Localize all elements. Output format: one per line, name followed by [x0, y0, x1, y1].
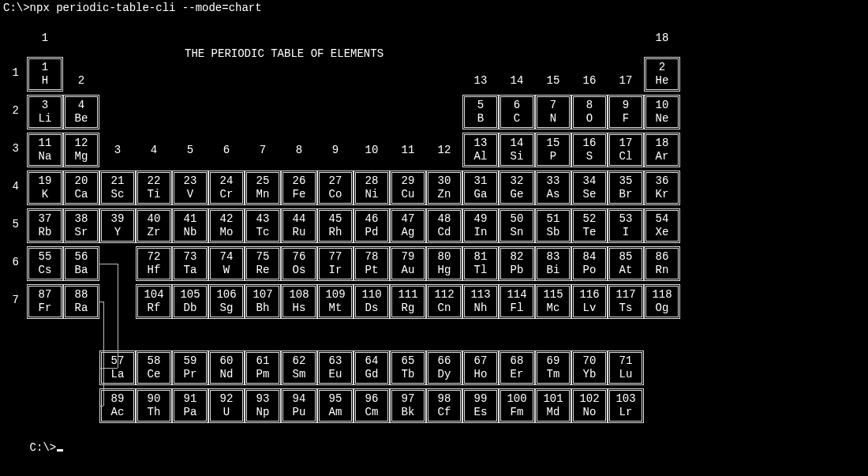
prompt-line[interactable]: C:\>	[3, 429, 63, 468]
element-symbol: Ho	[465, 368, 496, 381]
atomic-number: 14	[501, 137, 533, 150]
element-cell: 12Mg	[63, 133, 99, 167]
element-symbol: Mt	[320, 302, 351, 315]
element-symbol: Bh	[247, 302, 279, 315]
atomic-number: 101	[537, 392, 569, 406]
element-symbol: Pt	[356, 264, 387, 277]
chart-title: THE PERIODIC TABLE OF ELEMENTS	[185, 47, 383, 61]
element-symbol: Se	[574, 188, 605, 201]
atomic-number: 100	[501, 392, 533, 406]
atomic-number: 48	[428, 212, 460, 226]
element-symbol: Rf	[138, 302, 170, 315]
element-symbol: F	[610, 112, 642, 126]
element-cell: 99Es	[462, 388, 499, 423]
element-symbol: Es	[465, 406, 496, 419]
element-cell: 6C	[499, 95, 535, 129]
atomic-number: 71	[610, 354, 642, 368]
atomic-number: 53	[610, 212, 642, 226]
element-symbol: Lr	[610, 406, 642, 419]
atomic-number: 88	[65, 288, 97, 302]
atomic-number: 39	[102, 212, 133, 226]
atomic-number: 49	[465, 212, 496, 226]
element-cell: 81Tl	[462, 246, 499, 281]
element-cell: 29Cu	[390, 171, 426, 205]
element-cell: 61Pm	[245, 350, 281, 385]
element-symbol: Y	[102, 226, 133, 239]
connector-line	[118, 264, 118, 368]
element-symbol: Cr	[211, 188, 242, 201]
element-cell: 45Rh	[317, 208, 354, 243]
atomic-number: 52	[574, 212, 605, 226]
element-cell: 17Cl	[608, 133, 644, 167]
element-symbol: Np	[247, 406, 279, 419]
element-symbol: Mn	[247, 188, 279, 201]
element-symbol: Ca	[65, 188, 97, 201]
atomic-number: 81	[465, 250, 496, 264]
element-symbol: Re	[247, 264, 279, 277]
atomic-number: 84	[574, 250, 605, 264]
element-symbol: Xe	[646, 226, 678, 239]
cursor-icon	[57, 449, 63, 452]
atomic-number: 82	[501, 250, 533, 264]
atomic-number: 46	[356, 212, 387, 226]
element-symbol: Zr	[138, 226, 170, 239]
element-cell: 76Os	[281, 246, 317, 281]
atomic-number: 78	[356, 250, 387, 264]
connector-line	[99, 368, 118, 369]
element-symbol: Db	[174, 302, 206, 315]
element-cell: 25Mn	[245, 171, 281, 205]
element-cell: 30Zn	[426, 171, 462, 205]
element-cell: 118Og	[644, 284, 680, 319]
atomic-number: 18	[646, 137, 678, 150]
element-cell: 18Ar	[644, 133, 680, 167]
atomic-number: 41	[174, 212, 206, 226]
element-symbol: Eu	[320, 368, 351, 381]
element-cell: 67Ho	[462, 350, 499, 385]
atomic-number: 110	[356, 288, 387, 302]
element-symbol: Sn	[501, 226, 533, 239]
element-symbol: Fm	[501, 406, 533, 419]
element-symbol: N	[537, 112, 569, 126]
element-symbol: B	[465, 112, 496, 126]
atomic-number: 16	[574, 137, 605, 150]
element-symbol: No	[574, 406, 605, 419]
period-label: 1	[5, 66, 19, 80]
element-cell: 22Ti	[136, 171, 172, 205]
element-cell: 102No	[571, 388, 608, 423]
element-symbol: I	[610, 226, 642, 239]
element-cell: 71Lu	[608, 350, 644, 385]
element-symbol: Br	[610, 188, 642, 201]
element-cell: 55Cs	[27, 246, 63, 281]
element-cell: 103Lr	[608, 388, 644, 423]
element-symbol: Ar	[646, 150, 678, 163]
element-symbol: He	[646, 74, 678, 88]
element-cell: 52Te	[571, 208, 608, 243]
atomic-number: 89	[102, 392, 133, 406]
element-cell: 31Ga	[462, 171, 499, 205]
element-symbol: Cm	[356, 406, 387, 419]
element-symbol: Al	[465, 150, 496, 163]
group-label: 10	[354, 144, 390, 157]
element-cell: 112Cn	[426, 284, 462, 319]
atomic-number: 93	[247, 392, 279, 406]
element-cell: 41Nb	[172, 208, 208, 243]
element-cell: 62Sm	[281, 350, 317, 385]
element-cell: 111Rg	[390, 284, 426, 319]
element-symbol: Mc	[537, 302, 569, 315]
element-cell: 46Pd	[354, 208, 390, 243]
element-symbol: Cl	[610, 150, 642, 163]
element-cell: 19K	[27, 171, 63, 205]
atomic-number: 45	[320, 212, 351, 226]
element-symbol: Nd	[211, 368, 242, 381]
atomic-number: 103	[610, 392, 642, 406]
atomic-number: 34	[574, 174, 605, 188]
element-cell: 79Au	[390, 246, 426, 281]
atomic-number: 31	[465, 174, 496, 188]
atomic-number: 77	[320, 250, 351, 264]
element-symbol: Ge	[501, 188, 533, 201]
element-cell: 38Sr	[63, 208, 99, 243]
element-symbol: Si	[501, 150, 533, 163]
element-symbol: Te	[574, 226, 605, 239]
atomic-number: 27	[320, 174, 351, 188]
atomic-number: 12	[65, 137, 97, 150]
